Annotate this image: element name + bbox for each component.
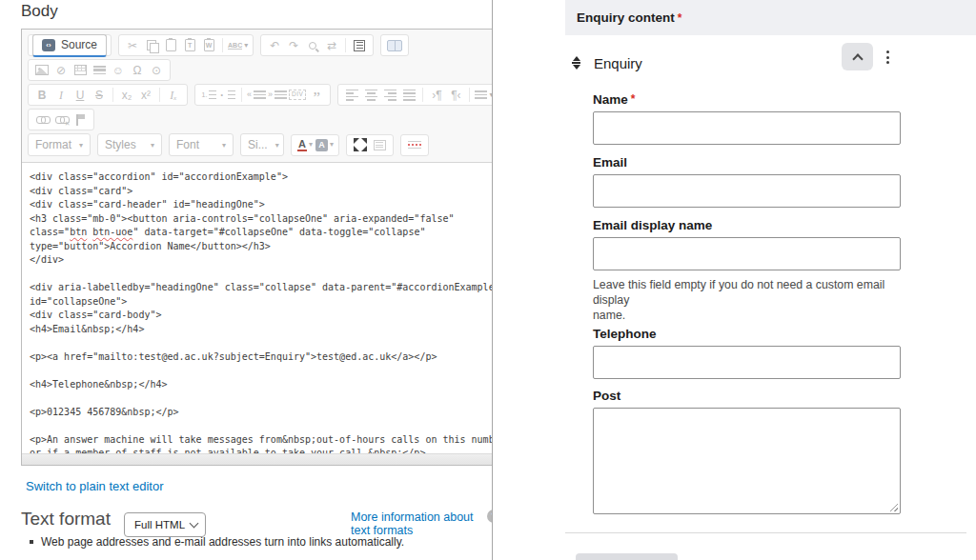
align-right-icon[interactable] xyxy=(380,87,399,104)
copy-icon[interactable] xyxy=(142,37,161,54)
find-icon[interactable] xyxy=(303,37,322,54)
source-code: <div class="accordion" id="accordionExam… xyxy=(22,163,493,453)
source-group: ‹› Source xyxy=(28,34,112,56)
paste-icon[interactable] xyxy=(161,37,180,54)
body-field-label: Body xyxy=(21,2,58,21)
name-label: Name xyxy=(593,92,628,107)
chevron-down-icon: ▾ xyxy=(275,141,279,150)
select-all-icon[interactable] xyxy=(350,37,369,54)
paste-text-icon[interactable]: T xyxy=(180,37,199,54)
links-group: ✕ xyxy=(28,109,94,130)
ltr-icon[interactable]: ›¶ xyxy=(427,87,446,104)
source-button[interactable]: ‹› Source xyxy=(32,34,107,57)
font-dropdown-label: Font xyxy=(176,138,199,151)
drag-handle-icon[interactable] xyxy=(571,56,581,70)
rtl-icon[interactable]: ¶‹ xyxy=(446,87,465,104)
unlink-icon[interactable]: ✕ xyxy=(51,111,71,129)
spellcheck-icon[interactable]: ABC▾ xyxy=(227,37,249,54)
ckeditor: ‹› Source ✂ T W ABC▾ ↶ xyxy=(21,29,493,466)
ckeditor-toolbar: ‹› Source ✂ T W ABC▾ ↶ xyxy=(22,30,493,162)
iframe-icon[interactable]: ⊙ xyxy=(147,62,166,79)
cut-icon[interactable]: ✂ xyxy=(123,37,142,54)
telephone-field[interactable] xyxy=(593,346,901,379)
flash-icon[interactable]: ⊘ xyxy=(51,62,71,79)
indent-icon[interactable]: » xyxy=(267,87,288,104)
strikethrough-icon[interactable]: S xyxy=(90,87,109,104)
show-blocks-icon[interactable] xyxy=(370,136,389,153)
size-dropdown[interactable]: Si... ▾ xyxy=(240,133,284,156)
remove-format-icon[interactable]: Iₓ xyxy=(164,87,183,104)
styles-dropdown-label: Styles xyxy=(105,138,136,151)
email-label: Email xyxy=(593,155,627,170)
separator xyxy=(422,88,423,102)
chevron-down-icon xyxy=(190,519,199,529)
div-container-icon[interactable]: DIV xyxy=(288,87,307,104)
source-button-label: Source xyxy=(61,38,97,51)
book-icon[interactable] xyxy=(385,37,404,54)
post-field[interactable] xyxy=(593,408,901,514)
blockquote-icon[interactable]: ” xyxy=(307,87,326,104)
smiley-icon[interactable]: ☺ xyxy=(109,62,128,79)
name-field[interactable] xyxy=(593,111,901,145)
undo-icon[interactable]: ↶ xyxy=(265,37,284,54)
email-display-name-label: Email display name xyxy=(593,218,712,232)
enquiry-item-title: Enquiry xyxy=(594,55,642,71)
image-icon[interactable] xyxy=(32,62,51,79)
chevron-down-icon: ▾ xyxy=(79,141,83,150)
switch-plain-text-link[interactable]: Switch to plain text editor xyxy=(26,479,164,493)
align-group: ›¶ ¶‹ ▾ xyxy=(337,84,493,106)
text-color-icon[interactable]: A▾ xyxy=(295,136,315,153)
kebab-menu-icon[interactable] xyxy=(881,47,894,68)
teaser-break-icon[interactable] xyxy=(405,136,424,153)
paragraph-group: 1. • « » DIV ” xyxy=(194,84,331,106)
bulleted-list-icon[interactable]: • xyxy=(218,87,237,104)
collapse-button[interactable] xyxy=(842,43,873,70)
resize-handle-icon[interactable] xyxy=(889,503,898,511)
clipboard-group: ✂ T W ABC▾ xyxy=(118,34,254,56)
toolbar-row-3: B I U S x₂ x² Iₓ 1. • « xyxy=(28,84,493,106)
toolbar-row-4: ✕ xyxy=(28,109,493,130)
special-char-icon[interactable]: Ω xyxy=(128,62,147,79)
link-icon[interactable] xyxy=(32,111,51,129)
size-dropdown-label: Si... xyxy=(248,138,268,151)
more-info-link[interactable]: More information about text formats xyxy=(351,510,493,537)
enquiry-content-header: Enquiry content * xyxy=(565,0,976,35)
redo-icon[interactable]: ↷ xyxy=(284,37,303,54)
body-field-section: Body ‹› Source ✂ T xyxy=(0,0,493,560)
source-icon: ‹› xyxy=(42,39,55,51)
enquiry-content-label: Enquiry content xyxy=(577,10,675,25)
paste-word-icon[interactable]: W xyxy=(199,37,218,54)
anchor-icon[interactable] xyxy=(71,111,90,129)
text-format-select[interactable]: Full HTML xyxy=(124,512,206,537)
bg-color-icon[interactable]: A▾ xyxy=(315,136,335,153)
chevron-up-icon xyxy=(852,53,863,64)
format-dropdown[interactable]: Format ▾ xyxy=(28,133,91,156)
email-display-name-field[interactable] xyxy=(593,237,901,270)
table-icon[interactable] xyxy=(71,62,90,79)
source-textarea[interactable]: <div class="accordion" id="accordionExam… xyxy=(22,162,493,453)
styles-dropdown[interactable]: Styles ▾ xyxy=(97,133,162,156)
justify-icon[interactable] xyxy=(399,87,418,104)
email-field[interactable] xyxy=(593,174,901,208)
telephone-label: Telephone xyxy=(593,327,657,341)
italic-icon[interactable]: I xyxy=(51,87,71,104)
language-icon[interactable]: ▾ xyxy=(474,87,493,104)
font-dropdown[interactable]: Font ▾ xyxy=(169,133,234,156)
toolbar-row-1: ‹› Source ✂ T W ABC▾ ↶ xyxy=(28,34,493,56)
outdent-icon[interactable]: « xyxy=(246,87,267,104)
subscript-icon[interactable]: x₂ xyxy=(117,87,136,104)
superscript-icon[interactable]: x² xyxy=(136,87,155,104)
separator xyxy=(469,88,470,102)
maximize-icon[interactable] xyxy=(351,136,370,153)
align-left-icon[interactable] xyxy=(342,87,361,104)
add-enquiry-button[interactable]: Add Enquiry xyxy=(576,553,678,560)
horizontal-rule-icon[interactable] xyxy=(90,62,109,79)
separator xyxy=(159,88,160,102)
enquiry-fields: Name* Email Email display name Leave thi… xyxy=(593,92,901,514)
bold-icon[interactable]: B xyxy=(32,87,51,104)
align-center-icon[interactable] xyxy=(361,87,380,104)
replace-icon[interactable]: ⇄ xyxy=(322,37,341,54)
numbered-list-icon[interactable]: 1. xyxy=(199,87,218,104)
insert-group: ⊘ ☺ Ω ⊙ xyxy=(28,59,171,81)
underline-icon[interactable]: U xyxy=(71,87,90,104)
